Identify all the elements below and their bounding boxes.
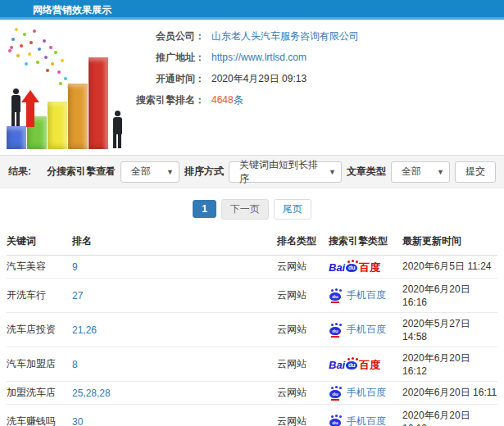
rank-cell: 21,26 <box>72 313 277 347</box>
updated-cell: 2020年5月27日 14:58 <box>402 313 497 347</box>
rank-link[interactable]: 30 <box>72 416 83 426</box>
col-header-updated: 最新更新时间 <box>402 229 497 256</box>
article-type-label: 文章类型 <box>347 165 386 179</box>
updated-cell: 2020年6月5日 11:24 <box>402 256 497 279</box>
col-header-rank-type: 排名类型 <box>277 229 329 256</box>
mobile-baidu-badge: du 手机百度 <box>329 386 386 400</box>
results-table-wrap: 关键词 排名 排名类型 搜索引擎类型 最新更新时间 汽车美容 9 云网站 Bai… <box>0 229 504 426</box>
company-label: 会员公司： <box>135 29 205 43</box>
page-title: 网络营销效果展示 <box>33 4 111 16</box>
company-info-panel: 会员公司： 山东老人头汽车服务咨询有限公司 推广地址： https://www.… <box>135 20 504 155</box>
sort-value: 关键词由短到长排序 <box>239 158 322 186</box>
col-header-keyword: 关键词 <box>7 229 72 256</box>
mobile-baidu-badge: du 手机百度 <box>329 288 386 302</box>
col-header-rank: 排名 <box>72 229 277 256</box>
table-row: 汽车美容 9 云网站 Baidu百度 du Baidu百度 2020年6月5日 … <box>7 256 497 279</box>
caret-down-icon: ▼ <box>160 168 174 176</box>
engine-rank-count: 4648 <box>211 94 234 106</box>
updated-cell: 2020年6月20日 16:12 <box>402 347 497 382</box>
engine-rank-unit: 条 <box>234 94 243 106</box>
rank-cell: 8 <box>72 347 277 382</box>
illustration-bar <box>48 102 67 149</box>
rank-link[interactable]: 9 <box>72 261 78 273</box>
table-row: 洗车赚钱吗 30 云网站 Baidu百度 du 手机百度 2020年6月20日 … <box>7 405 497 426</box>
engine-cell: Baidu百度 du Baidu百度 <box>329 347 402 382</box>
mobile-baidu-label: 手机百度 <box>347 323 386 337</box>
engine-cell: Baidu百度 du 手机百度 <box>329 313 402 347</box>
promo-url-label: 推广地址： <box>135 51 205 64</box>
mobile-baidu-paw-icon: du <box>329 324 343 337</box>
rank-link[interactable]: 21,26 <box>72 324 97 336</box>
open-time-label: 开通时间： <box>135 72 205 85</box>
updated-cell: 2020年6月20日 16:11 <box>402 382 497 405</box>
table-row: 汽车加盟店 8 云网站 Baidu百度 du Baidu百度 2020年6月20… <box>7 347 497 382</box>
table-row: 加盟洗车店 25,28,28 云网站 Baidu百度 du 手机百度 2020年… <box>7 382 497 405</box>
pagination: 1 下一页 尾页 <box>0 188 504 229</box>
engine-rank-label: 搜索引擎排名： <box>135 93 205 106</box>
promo-url-link[interactable]: https://www.lrtlsd.com <box>211 51 306 64</box>
growth-chart-illustration <box>0 20 135 155</box>
caret-down-icon: ▼ <box>430 168 444 176</box>
sort-label: 排序方式 <box>184 165 224 179</box>
mobile-baidu-paw-icon: du <box>329 289 343 302</box>
baidu-paw-icon: du <box>345 261 359 274</box>
engine-cell: Baidu百度 du 手机百度 <box>329 405 402 426</box>
results-table: 关键词 排名 排名类型 搜索引擎类型 最新更新时间 汽车美容 9 云网站 Bai… <box>7 229 497 426</box>
keyword-cell: 汽车加盟店 <box>7 347 72 382</box>
mobile-baidu-badge: du 手机百度 <box>329 415 386 426</box>
sort-select[interactable]: 关键词由短到长排序 ▼ <box>229 161 342 183</box>
table-body: 汽车美容 9 云网站 Baidu百度 du Baidu百度 2020年6月5日 … <box>7 256 497 426</box>
rank-type-cell: 云网站 <box>277 279 329 313</box>
illustration-bar <box>7 126 26 149</box>
table-row: 开洗车行 27 云网站 Baidu百度 du 手机百度 2020年6月20日 1… <box>7 279 497 313</box>
col-header-engine-type: 搜索引擎类型 <box>329 229 402 256</box>
rank-link[interactable]: 25,28,28 <box>72 387 111 399</box>
filter-bar: 结果: 分搜索引擎查看 全部 ▼ 排序方式 关键词由短到长排序 ▼ 文章类型 全… <box>0 155 504 188</box>
rank-type-cell: 云网站 <box>277 405 329 426</box>
keyword-cell: 汽车美容 <box>7 256 72 279</box>
rank-type-cell: 云网站 <box>277 347 329 382</box>
submit-button[interactable]: 提交 <box>455 161 496 183</box>
keyword-cell: 加盟洗车店 <box>7 382 72 405</box>
illustration-bar <box>68 84 88 149</box>
article-type-select[interactable]: 全部 ▼ <box>391 161 450 183</box>
page-button-current[interactable]: 1 <box>193 200 216 218</box>
baidu-logo: Baidu百度 <box>329 261 380 274</box>
businessman-figure-left <box>8 88 23 126</box>
businessman-figure-right <box>110 111 125 148</box>
rank-cell: 25,28,28 <box>72 382 277 405</box>
rank-cell: 9 <box>72 256 277 279</box>
updated-cell: 2020年6月20日 16:16 <box>402 279 497 313</box>
engine-filter-select[interactable]: 全部 ▼ <box>120 161 179 183</box>
engine-filter-label: 分搜索引擎查看 <box>47 165 116 179</box>
table-row: 洗车店投资 21,26 云网站 Baidu百度 du 手机百度 2020年5月2… <box>7 313 497 347</box>
rank-cell: 30 <box>72 405 277 426</box>
mobile-baidu-label: 手机百度 <box>347 415 386 426</box>
keyword-cell: 洗车店投资 <box>7 313 72 347</box>
keyword-cell: 洗车赚钱吗 <box>7 405 72 426</box>
company-name-link[interactable]: 山东老人头汽车服务咨询有限公司 <box>211 29 359 43</box>
rank-link[interactable]: 8 <box>72 359 78 370</box>
next-page-button[interactable]: 下一页 <box>221 199 269 220</box>
rank-type-cell: 云网站 <box>277 382 329 405</box>
mobile-baidu-badge: du 手机百度 <box>329 323 386 337</box>
baidu-paw-icon: du <box>345 358 359 371</box>
rank-type-cell: 云网站 <box>277 313 329 347</box>
engine-cell: Baidu百度 du 手机百度 <box>329 382 402 405</box>
result-label: 结果: <box>8 165 31 179</box>
caret-down-icon: ▼ <box>322 168 336 176</box>
mobile-baidu-paw-icon: du <box>329 387 343 400</box>
page-header: 网络营销效果展示 <box>0 0 504 20</box>
last-page-button[interactable]: 尾页 <box>274 199 311 220</box>
article-type-value: 全部 <box>402 165 421 179</box>
up-arrow-icon <box>26 102 34 127</box>
updated-cell: 2020年6月20日 16:12 <box>402 405 497 426</box>
rank-type-cell: 云网站 <box>277 256 329 279</box>
illustration-bar <box>89 57 108 149</box>
keyword-cell: 开洗车行 <box>7 279 72 313</box>
confetti-dots-decoration <box>8 49 11 52</box>
top-section: 会员公司： 山东老人头汽车服务咨询有限公司 推广地址： https://www.… <box>0 20 504 155</box>
rank-link[interactable]: 27 <box>72 290 83 301</box>
open-time-value: 2020年4月29日 09:13 <box>211 72 306 85</box>
mobile-baidu-paw-icon: du <box>329 415 343 426</box>
